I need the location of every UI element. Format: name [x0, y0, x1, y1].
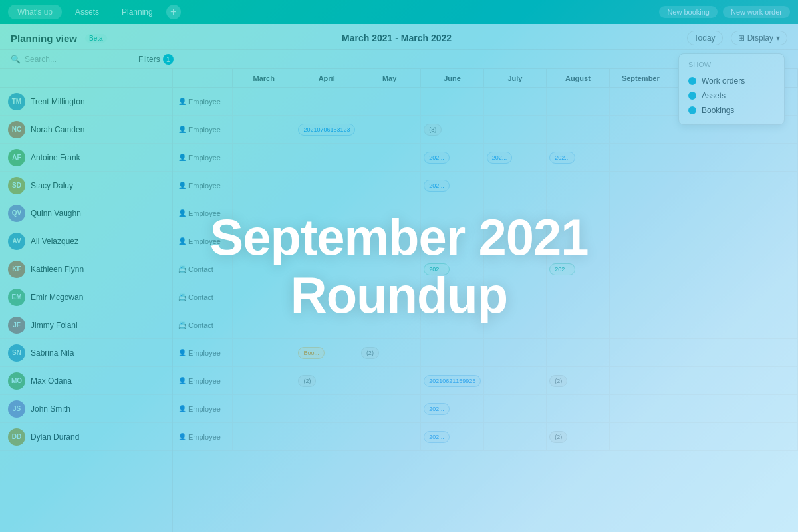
overlay-title: September 2021 Roundup	[210, 208, 589, 325]
overlay: September 2021 Roundup	[0, 0, 798, 532]
